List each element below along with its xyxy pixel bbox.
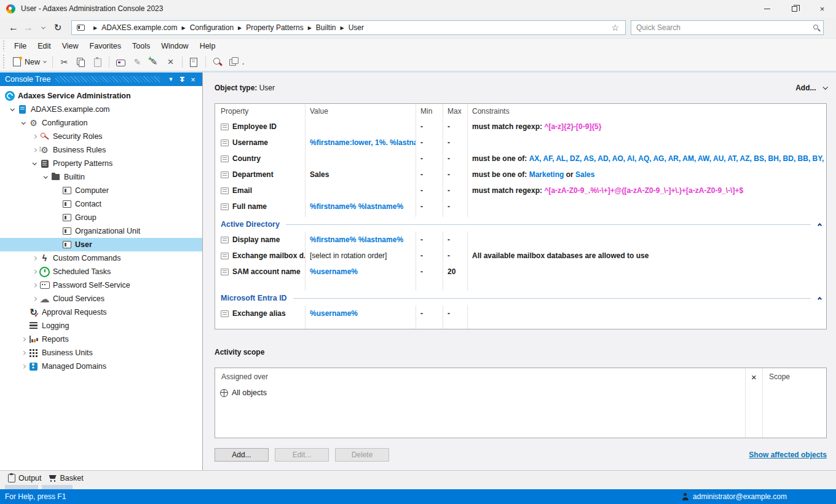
pin-icon[interactable] xyxy=(176,74,187,85)
modify-button[interactable] xyxy=(146,55,162,69)
find-button[interactable] xyxy=(209,55,226,69)
close-button[interactable]: × xyxy=(808,0,836,17)
delete-button[interactable] xyxy=(162,55,179,69)
tree-item-managed-domains[interactable]: Managed Domains xyxy=(0,360,202,373)
tree-item-organizational-unit[interactable]: Organizational Unit xyxy=(0,224,202,238)
property-row-full-name[interactable]: Full name%firstname% %lastname%-- xyxy=(215,199,826,215)
history-dropdown-button[interactable] xyxy=(36,20,50,35)
breadcrumb-item-user[interactable]: User xyxy=(349,23,364,32)
tree-item-approval-requests[interactable]: Approval Requests xyxy=(0,305,202,319)
column-header-max: Max xyxy=(443,104,467,119)
expander-spacer xyxy=(52,186,61,195)
breadcrumb-item-builtin[interactable]: Builtin xyxy=(316,23,336,32)
tree-item-adaxes-service-administration[interactable]: Adaxes Service Administration xyxy=(0,89,202,103)
cut-button[interactable] xyxy=(56,55,73,69)
tab-basket[interactable]: Basket xyxy=(48,473,84,483)
tree-item-group[interactable]: Group xyxy=(0,211,202,224)
tree-item-security-roles[interactable]: Security Roles xyxy=(0,130,202,143)
menu-item-help[interactable]: Help xyxy=(194,40,221,52)
tree-item-builtin[interactable]: Builtin xyxy=(0,170,202,184)
breadcrumb-item-configuration[interactable]: Configuration xyxy=(190,23,234,32)
collapse-chevron-icon[interactable] xyxy=(41,172,50,182)
expand-chevron-icon[interactable] xyxy=(30,280,39,290)
tree-item-computer[interactable]: Computer xyxy=(0,184,202,197)
search-icon[interactable] xyxy=(813,25,818,30)
minimize-button[interactable] xyxy=(753,0,781,17)
expand-chevron-icon[interactable] xyxy=(18,334,28,344)
property-row-display-name[interactable]: Display name%firstname% %lastname%-- xyxy=(215,232,826,248)
tree-item-custom-commands[interactable]: Custom Commands xyxy=(0,251,202,265)
show-affected-objects-link[interactable]: Show affected objects xyxy=(749,451,827,459)
property-row-department[interactable]: DepartmentSales--must be one of: Marketi… xyxy=(215,167,826,183)
tree-item-business-units[interactable]: Business Units xyxy=(0,346,202,360)
expand-chevron-icon[interactable] xyxy=(30,294,39,304)
expand-chevron-icon[interactable] xyxy=(18,348,28,358)
menu-item-tools[interactable]: Tools xyxy=(127,40,156,52)
breadcrumb-item-adaxes-example-com[interactable]: ADAXES.example.com xyxy=(101,23,177,32)
add-dropdown-button[interactable]: Add... xyxy=(795,84,827,92)
menu-grip[interactable] xyxy=(2,41,6,51)
tree-item-business-rules[interactable]: Business Rules xyxy=(0,143,202,157)
menu-item-view[interactable]: View xyxy=(57,40,84,52)
collapse-section-chevron-icon[interactable] xyxy=(818,294,821,302)
tree-item-configuration[interactable]: Configuration xyxy=(0,116,202,130)
expand-chevron-icon[interactable] xyxy=(30,145,39,155)
menu-item-file[interactable]: File xyxy=(9,40,32,52)
tab-stub[interactable] xyxy=(5,485,38,489)
tab-stub[interactable] xyxy=(42,485,73,489)
expand-chevron-icon[interactable] xyxy=(30,267,39,277)
forward-button[interactable]: → xyxy=(21,20,36,35)
menu-item-favorites[interactable]: Favorites xyxy=(84,40,127,52)
toolbar-grip[interactable] xyxy=(2,55,6,69)
tree-item-password-self-service[interactable]: Password Self-Service xyxy=(0,278,202,292)
tree-item-contact[interactable]: Contact xyxy=(0,197,202,211)
tab-output[interactable]: Output xyxy=(6,473,42,483)
breadcrumb-item-property-patterns[interactable]: Property Patterns xyxy=(246,23,303,32)
menu-item-window[interactable]: Window xyxy=(156,40,194,52)
delete-button[interactable]: Delete xyxy=(335,448,389,462)
panel-texture xyxy=(55,76,160,82)
tree-item-reports[interactable]: Reports xyxy=(0,333,202,346)
favorite-star-icon[interactable]: ☆ xyxy=(609,23,621,33)
tree-item-user[interactable]: User xyxy=(0,238,202,251)
panel-menu-button[interactable]: ▼ xyxy=(165,74,176,85)
collapse-chevron-icon[interactable] xyxy=(7,104,17,114)
panel-close-button[interactable]: × xyxy=(187,74,199,85)
windows-button[interactable] xyxy=(226,55,242,69)
property-row-country[interactable]: Country--must be one of: AX, AF, AL, DZ,… xyxy=(215,151,826,167)
refresh-button[interactable]: ↻ xyxy=(50,20,65,35)
property-row-sam-account-name[interactable]: SAM account name%username%-20 xyxy=(215,264,826,280)
add-button[interactable]: Add... xyxy=(215,448,269,462)
new-button[interactable]: New xyxy=(9,55,49,69)
collapse-chevron-icon[interactable] xyxy=(30,159,39,168)
menu-item-edit[interactable]: Edit xyxy=(32,40,57,52)
expand-chevron-icon[interactable] xyxy=(30,132,39,141)
tree-item-scheduled-tasks[interactable]: Scheduled Tasks xyxy=(0,265,202,278)
copy-button[interactable] xyxy=(73,55,89,69)
export-button[interactable] xyxy=(186,55,202,69)
scope-row-all-objects[interactable]: All objects xyxy=(215,385,745,400)
collapse-chevron-icon[interactable] xyxy=(18,118,28,128)
property-row-employee-id[interactable]: Employee ID--must match regexp: ^[a-z]{2… xyxy=(215,119,826,135)
property-row-email[interactable]: Email--must match regexp: ^[a-zA-Z0-9_.%… xyxy=(215,183,826,199)
back-button[interactable]: ← xyxy=(6,20,21,35)
expand-chevron-icon[interactable] xyxy=(30,253,39,263)
edit-button[interactable] xyxy=(129,55,146,69)
property-row-username[interactable]: Username%firstname:lower, 1%. %lastna...… xyxy=(215,135,826,151)
tree-item-cloud-services[interactable]: Cloud Services xyxy=(0,292,202,305)
property-row-exchange-mailbox-d[interactable]: Exchange mailbox d...[select in rotation… xyxy=(215,248,826,264)
expand-chevron-icon[interactable] xyxy=(18,361,28,371)
restore-button[interactable] xyxy=(781,0,808,17)
edit-button[interactable]: Edit... xyxy=(275,448,329,462)
breadcrumb-separator-icon: ▶ xyxy=(340,25,344,31)
rename-button[interactable] xyxy=(112,55,129,69)
collapse-section-chevron-icon[interactable] xyxy=(818,220,821,229)
tree-item-adaxes-example-com[interactable]: ADAXES.example.com xyxy=(0,103,202,116)
quick-search-input[interactable] xyxy=(631,22,823,34)
toolbar-overflow-icon[interactable]: . xyxy=(242,58,246,66)
close-x-icon[interactable]: × xyxy=(745,368,762,385)
tree-item-property-patterns[interactable]: Property Patterns xyxy=(0,157,202,170)
tree-item-logging[interactable]: Logging xyxy=(0,319,202,333)
paste-button[interactable] xyxy=(89,55,106,69)
property-row-exchange-alias[interactable]: Exchange alias%username%-- xyxy=(215,305,826,321)
